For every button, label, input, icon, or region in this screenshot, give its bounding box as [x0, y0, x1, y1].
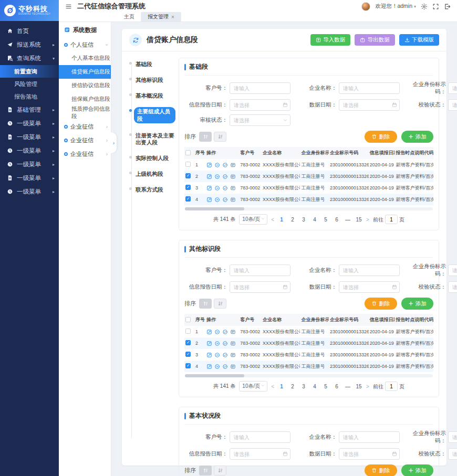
edit-icon[interactable] — [206, 352, 212, 358]
sort-asc-button[interactable] — [199, 466, 212, 475]
page-number[interactable]: 3 — [300, 217, 307, 223]
page-number[interactable]: — — [344, 217, 351, 223]
gear-icon[interactable] — [421, 3, 428, 10]
text-input[interactable] — [339, 82, 400, 94]
row-checkbox[interactable] — [185, 173, 191, 178]
date-input[interactable] — [339, 281, 400, 293]
sidebar-item[interactable]: 一级菜单▸ — [0, 130, 59, 144]
row-checkbox[interactable] — [185, 363, 191, 368]
record-icon[interactable] — [230, 341, 236, 346]
page-number[interactable]: 2 — [289, 384, 296, 389]
sidebar-item[interactable]: 报送系统▸ — [0, 38, 59, 51]
date-input[interactable] — [230, 99, 290, 111]
sidebar-item[interactable]: 一级菜单▸ — [0, 185, 59, 198]
detail-icon[interactable] — [214, 185, 220, 191]
page-number[interactable]: 6 — [333, 217, 340, 223]
page-size-select[interactable]: 10条/页 — [239, 214, 267, 225]
text-input[interactable] — [230, 265, 290, 276]
text-input[interactable] — [448, 431, 457, 443]
fullscreen-icon[interactable] — [432, 3, 439, 10]
page-number[interactable]: — — [344, 384, 351, 389]
user-menu[interactable]: 欢迎您！admin ▾ — [375, 3, 416, 10]
table-row[interactable]: 4783-0002XXXX股份有限公司工商注册号2301000000133268… — [184, 194, 433, 205]
date-input[interactable] — [339, 448, 400, 460]
collapse-handle[interactable]: › — [111, 132, 117, 153]
page-number[interactable]: 5 — [322, 384, 329, 389]
tree-group[interactable]: 企业征信› — [59, 147, 111, 161]
next-page-button[interactable]: > — [366, 217, 369, 223]
edit-icon[interactable] — [206, 185, 212, 191]
page-number[interactable]: 6 — [333, 384, 340, 389]
tree-leaf[interactable]: 借贷账户信息段 — [59, 65, 111, 79]
text-input[interactable] — [448, 265, 457, 276]
sidebar-item[interactable]: 首页 — [0, 24, 59, 38]
table-row[interactable]: 2783-0002XXXX股份有限公司工商注册号2301000000133268… — [184, 171, 433, 182]
goto-page-input[interactable] — [385, 382, 398, 391]
detail-icon[interactable] — [214, 341, 220, 346]
record-icon[interactable] — [230, 364, 236, 369]
tree-group[interactable]: 企业征信› — [59, 133, 111, 147]
verify-icon[interactable] — [222, 341, 228, 346]
horizontal-scrollbar[interactable] — [185, 374, 433, 377]
select-input[interactable] — [448, 281, 457, 293]
row-checkbox[interactable] — [185, 352, 191, 357]
anchor-item[interactable]: 实际控制人段 — [129, 155, 175, 162]
edit-icon[interactable] — [206, 329, 212, 335]
record-icon[interactable] — [230, 162, 236, 168]
sort-desc-button[interactable] — [214, 466, 226, 475]
prev-page-button[interactable]: < — [271, 217, 274, 223]
table-row[interactable]: 1783-0002XXXX股份有限公司工商注册号2301000000133268… — [184, 159, 433, 171]
tab-主页[interactable]: 主页 — [118, 12, 141, 22]
table-row[interactable]: 3783-0002XXXX股份有限公司工商注册号2301000000133268… — [184, 349, 433, 361]
verify-icon[interactable] — [222, 185, 228, 191]
add-button[interactable]: 添加 — [401, 464, 434, 476]
select-input[interactable] — [230, 114, 290, 126]
sidebar-subitem[interactable]: 前置查询 — [0, 65, 59, 78]
verify-icon[interactable] — [222, 352, 228, 358]
record-icon[interactable] — [230, 329, 236, 335]
edit-icon[interactable] — [206, 174, 212, 179]
page-size-select[interactable]: 10条/页 — [239, 381, 267, 392]
text-input[interactable] — [230, 82, 290, 94]
next-page-button[interactable]: > — [366, 384, 369, 389]
date-input[interactable] — [230, 448, 290, 460]
导入数据-button[interactable]: 导入数据 — [310, 34, 351, 46]
row-checkbox[interactable] — [185, 329, 191, 334]
tree-group[interactable]: 企业征信› — [59, 120, 111, 133]
detail-icon[interactable] — [214, 329, 220, 335]
goto-page-input[interactable] — [385, 215, 398, 224]
tab-报文管理[interactable]: 报文管理× — [141, 12, 181, 22]
date-input[interactable] — [230, 281, 290, 293]
delete-button[interactable]: 删除 — [365, 298, 397, 310]
page-number[interactable]: 4 — [311, 384, 318, 389]
select-input[interactable] — [448, 448, 457, 460]
tree-leaf[interactable]: 个人基本信息段 — [59, 51, 111, 65]
anchor-item[interactable]: 基础段 — [129, 61, 175, 68]
text-input[interactable] — [230, 431, 290, 443]
page-number[interactable]: 3 — [300, 384, 307, 389]
text-input[interactable] — [339, 431, 400, 443]
scrollbar-thumb[interactable] — [185, 207, 244, 210]
edit-icon[interactable] — [206, 162, 212, 168]
anchor-item[interactable]: 主要组成人员段 — [129, 108, 175, 123]
page-number[interactable]: 15 — [355, 384, 362, 389]
sidebar-subitem[interactable]: 报告落地 — [0, 90, 59, 103]
delete-button[interactable]: 删除 — [365, 464, 397, 476]
verify-icon[interactable] — [222, 329, 228, 335]
detail-icon[interactable] — [214, 174, 220, 179]
sort-desc-button[interactable] — [214, 299, 226, 309]
anchor-item[interactable]: 上级机构段 — [129, 171, 175, 177]
anchor-item[interactable]: 联系方式段 — [129, 186, 175, 193]
anchor-item[interactable]: 基本概况段 — [129, 92, 175, 99]
tree-leaf[interactable]: 授信协议信息段 — [59, 79, 111, 92]
close-icon[interactable]: × — [171, 14, 174, 20]
table-row[interactable]: 4783-0002XXXX股份有限公司工商注册号2301000000133268… — [184, 361, 433, 372]
verify-icon[interactable] — [222, 197, 228, 203]
导出数据-button[interactable]: 导出数据 — [355, 34, 395, 46]
prev-page-button[interactable]: < — [271, 384, 274, 389]
sidebar-item[interactable]: 基础管理▸ — [0, 103, 59, 117]
tree-leaf[interactable]: 担保账户信息段 — [59, 92, 111, 106]
sort-asc-button[interactable] — [199, 299, 212, 309]
record-icon[interactable] — [230, 352, 236, 358]
row-checkbox[interactable] — [185, 185, 191, 190]
